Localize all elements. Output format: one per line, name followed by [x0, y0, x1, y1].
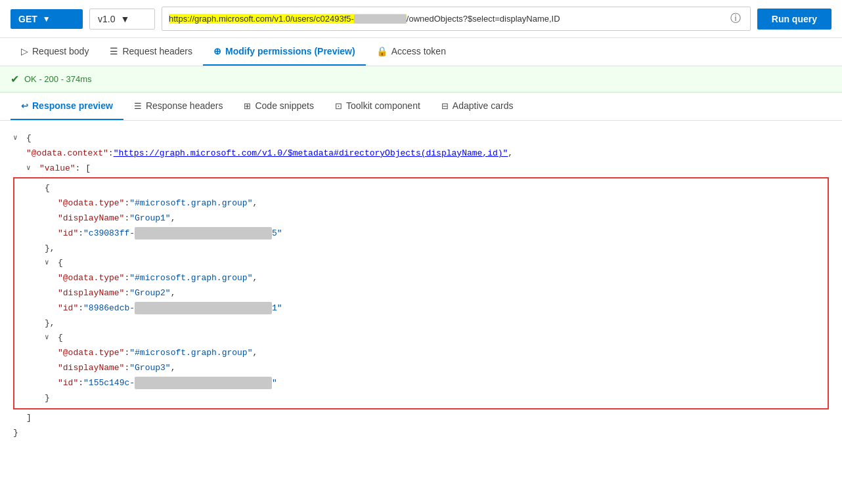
group3-id-line: "id" : "155c149c- "	[58, 376, 824, 391]
group1-name-val: "Group1"	[129, 212, 170, 226]
root-toggle[interactable]: ∨	[13, 132, 26, 144]
group2-id-key: "id"	[58, 302, 78, 316]
method-label: GET	[18, 14, 37, 24]
tab-modify-permissions-label: Modify permissions (Preview)	[225, 46, 355, 56]
tab-toolkit-component-label: Toolkit component	[346, 100, 420, 111]
group1-type-val: "#microsoft.graph.group"	[129, 197, 252, 211]
status-bar: ✔ OK - 200 - 374ms	[0, 66, 842, 93]
request-tabs-bar: ▷ Request body ☰ Request headers ⊕ Modif…	[0, 38, 842, 66]
group2-id-end: 1"	[272, 302, 282, 316]
version-dropdown[interactable]: v1.0 ▼	[89, 9, 155, 30]
group3-type-val: "#microsoft.graph.group"	[129, 346, 252, 360]
root-close: }	[13, 426, 829, 441]
group3-close: }	[45, 391, 824, 406]
group1-name-line: "displayName" : "Group1" ,	[58, 211, 824, 226]
group3-type-key: "@odata.type"	[58, 346, 124, 360]
code-snippets-icon: ⊞	[244, 101, 251, 111]
group2-toggle[interactable]: ∨	[45, 257, 58, 269]
method-dropdown[interactable]: GET ▼	[11, 9, 83, 29]
group1-close: },	[45, 242, 824, 257]
tab-code-snippets[interactable]: ⊞ Code snippets	[233, 93, 324, 120]
group3-open: ∨ {	[45, 331, 824, 346]
group1-id-prefix: "c39083ff-	[83, 227, 135, 241]
tab-access-token-label: Access token	[391, 46, 446, 56]
request-headers-icon: ☰	[110, 46, 118, 56]
group1-type-key: "@odata.type"	[58, 197, 124, 211]
group3-name-key: "displayName"	[58, 362, 124, 375]
tab-modify-permissions[interactable]: ⊕ Modify permissions (Preview)	[203, 38, 366, 66]
group3-type-line: "@odata.type" : "#microsoft.graph.group"…	[58, 346, 824, 361]
group2-name-key: "displayName"	[58, 287, 124, 301]
group2-type-key: "@odata.type"	[58, 272, 124, 285]
adaptive-cards-icon: ⊟	[441, 101, 449, 111]
toolbar: GET ▼ v1.0 ▼ https://graph.microsoft.com…	[0, 0, 842, 38]
tab-response-preview[interactable]: ↩ Response preview	[11, 93, 123, 120]
group2-type-line: "@odata.type" : "#microsoft.graph.group"…	[58, 271, 824, 286]
url-redacted	[354, 14, 407, 24]
url-suffix: /ownedObjects?$select=displayName,ID	[407, 14, 560, 24]
group1-type-line: "@odata.type" : "#microsoft.graph.group"…	[58, 196, 824, 211]
value-key: "value"	[39, 162, 76, 176]
context-line: "@odata.context" : "https://graph.micros…	[26, 146, 829, 161]
url-highlighted: https://graph.microsoft.com/v1.0/users/c…	[169, 14, 407, 24]
value-open: ∨ "value" : [	[26, 161, 829, 177]
tab-toolkit-component[interactable]: ⊡ Toolkit component	[324, 93, 431, 120]
tab-access-token[interactable]: 🔒 Access token	[366, 38, 456, 66]
url-text: https://graph.microsoft.com/v1.0/users/c…	[169, 14, 724, 24]
group1-id-line: "id" : "c39083ff- 5"	[58, 226, 824, 242]
value-toggle[interactable]: ∨	[26, 162, 39, 175]
group1-id-key: "id"	[58, 227, 78, 241]
modify-permissions-icon: ⊕	[213, 46, 221, 56]
response-tabs-bar: ↩ Response preview ☰ Response headers ⊞ …	[0, 93, 842, 121]
highlighted-block: { "@odata.type" : "#microsoft.graph.grou…	[13, 177, 829, 410]
toolkit-component-icon: ⊡	[335, 101, 342, 111]
tab-response-preview-label: Response preview	[32, 100, 113, 111]
json-viewer: ∨ { "@odata.context" : "https://graph.mi…	[0, 121, 842, 452]
context-key: "@odata.context"	[26, 147, 108, 161]
method-chevron-icon: ▼	[43, 14, 51, 24]
version-chevron-icon: ▼	[120, 14, 129, 24]
group3-id-prefix: "155c149c-	[83, 377, 135, 390]
group2-name-line: "displayName" : "Group2" ,	[58, 286, 824, 301]
context-value[interactable]: "https://graph.microsoft.com/v1.0/$metad…	[114, 147, 508, 161]
group2-name-val: "Group2"	[129, 287, 170, 301]
group3-toggle[interactable]: ∨	[45, 331, 58, 344]
tab-code-snippets-label: Code snippets	[255, 100, 314, 111]
root-open: ∨ {	[13, 131, 829, 146]
response-preview-icon: ↩	[21, 101, 28, 111]
group3-name-val: "Group3"	[129, 362, 170, 375]
tab-adaptive-cards-label: Adaptive cards	[453, 100, 514, 111]
request-body-icon: ▷	[21, 46, 28, 56]
group3-name-line: "displayName" : "Group3" ,	[58, 361, 824, 376]
group1-open: {	[45, 181, 824, 196]
status-ok-icon: ✔	[11, 73, 19, 85]
group1-id-redacted	[135, 227, 272, 240]
group2-type-val: "#microsoft.graph.group"	[129, 272, 252, 285]
group2-id-line: "id" : "8986edcb- 1"	[58, 301, 824, 316]
group3-id-key: "id"	[58, 377, 78, 390]
group1-id-end: 5"	[272, 227, 282, 241]
info-icon[interactable]: ⓘ	[728, 12, 743, 26]
access-token-icon: 🔒	[376, 46, 388, 56]
tab-response-headers-label: Response headers	[146, 100, 223, 111]
url-bar[interactable]: https://graph.microsoft.com/v1.0/users/c…	[162, 7, 751, 31]
group2-open: ∨ {	[45, 256, 824, 271]
group3-id-redacted	[135, 377, 272, 389]
group3-id-end: "	[272, 377, 277, 390]
tab-adaptive-cards[interactable]: ⊟ Adaptive cards	[431, 93, 524, 120]
group1-name-key: "displayName"	[58, 212, 124, 226]
tab-request-headers-label: Request headers	[122, 46, 192, 56]
version-label: v1.0	[98, 14, 115, 24]
response-headers-icon: ☰	[134, 101, 142, 111]
run-query-button[interactable]: Run query	[757, 9, 831, 30]
status-text: OK - 200 - 374ms	[24, 74, 92, 84]
tab-request-body-label: Request body	[32, 46, 89, 56]
array-close: ]	[26, 411, 829, 426]
tab-request-body[interactable]: ▷ Request body	[11, 38, 99, 66]
tab-response-headers[interactable]: ☰ Response headers	[123, 93, 234, 120]
group2-id-redacted	[135, 302, 272, 314]
tab-request-headers[interactable]: ☰ Request headers	[99, 38, 203, 66]
group2-id-prefix: "8986edcb-	[83, 302, 135, 316]
group2-close: },	[45, 316, 824, 331]
